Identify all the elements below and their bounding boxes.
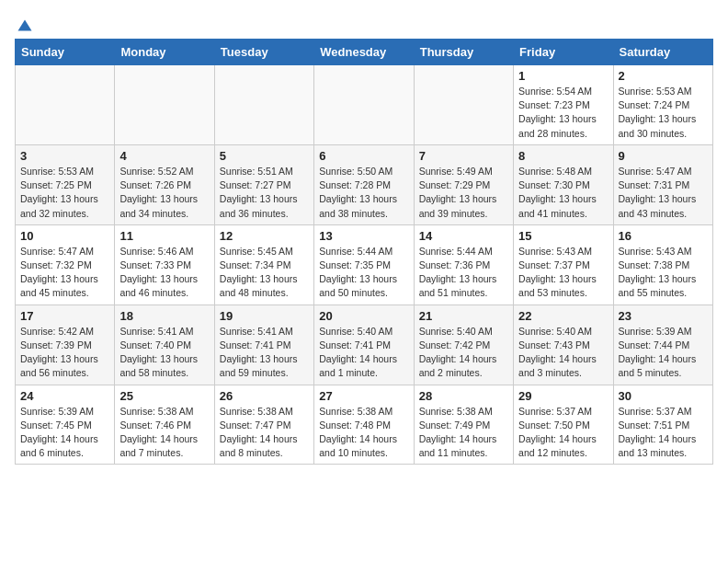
day-info: Sunrise: 5:38 AMSunset: 7:46 PMDaylight:…: [119, 405, 209, 461]
day-number: 9: [619, 149, 708, 163]
calendar-cell: 29Sunrise: 5:37 AMSunset: 7:50 PMDayligh…: [514, 385, 613, 465]
column-header-saturday: Saturday: [613, 40, 712, 65]
day-info: Sunrise: 5:40 AMSunset: 7:42 PMDaylight:…: [419, 325, 508, 381]
calendar-cell: 2Sunrise: 5:53 AMSunset: 7:24 PMDaylight…: [613, 65, 712, 145]
day-info: Sunrise: 5:51 AMSunset: 7:27 PMDaylight:…: [220, 165, 309, 221]
day-info: Sunrise: 5:38 AMSunset: 7:49 PMDaylight:…: [419, 405, 508, 461]
calendar-cell: 13Sunrise: 5:44 AMSunset: 7:35 PMDayligh…: [314, 224, 414, 304]
calendar-table: SundayMondayTuesdayWednesdayThursdayFrid…: [15, 39, 713, 465]
calendar-cell: 10Sunrise: 5:47 AMSunset: 7:32 PMDayligh…: [16, 224, 115, 304]
day-info: Sunrise: 5:53 AMSunset: 7:25 PMDaylight:…: [20, 165, 109, 221]
day-info: Sunrise: 5:42 AMSunset: 7:39 PMDaylight:…: [20, 325, 109, 381]
day-number: 19: [220, 309, 309, 323]
calendar-cell: 1Sunrise: 5:54 AMSunset: 7:23 PMDaylight…: [514, 65, 613, 145]
day-info: Sunrise: 5:50 AMSunset: 7:28 PMDaylight:…: [319, 165, 408, 221]
day-number: 4: [119, 149, 209, 163]
day-info: Sunrise: 5:40 AMSunset: 7:43 PMDaylight:…: [518, 325, 608, 381]
calendar-week-row: 10Sunrise: 5:47 AMSunset: 7:32 PMDayligh…: [16, 224, 713, 304]
calendar-cell: 3Sunrise: 5:53 AMSunset: 7:25 PMDaylight…: [16, 144, 115, 224]
calendar-week-row: 24Sunrise: 5:39 AMSunset: 7:45 PMDayligh…: [16, 385, 713, 465]
column-header-tuesday: Tuesday: [214, 40, 313, 65]
calendar-cell: 17Sunrise: 5:42 AMSunset: 7:39 PMDayligh…: [16, 304, 115, 385]
day-info: Sunrise: 5:47 AMSunset: 7:32 PMDaylight:…: [20, 245, 109, 301]
day-info: Sunrise: 5:44 AMSunset: 7:35 PMDaylight:…: [319, 245, 408, 301]
calendar-week-row: 3Sunrise: 5:53 AMSunset: 7:25 PMDaylight…: [16, 144, 713, 224]
day-info: Sunrise: 5:41 AMSunset: 7:40 PMDaylight:…: [119, 325, 209, 381]
day-number: 25: [119, 389, 209, 403]
calendar-cell: 24Sunrise: 5:39 AMSunset: 7:45 PMDayligh…: [16, 385, 115, 465]
calendar-cell: [314, 65, 414, 145]
day-info: Sunrise: 5:37 AMSunset: 7:51 PMDaylight:…: [619, 405, 708, 461]
calendar-cell: 11Sunrise: 5:46 AMSunset: 7:33 PMDayligh…: [115, 224, 214, 304]
day-info: Sunrise: 5:43 AMSunset: 7:38 PMDaylight:…: [619, 245, 708, 301]
day-number: 7: [419, 149, 508, 163]
calendar-cell: [414, 65, 513, 145]
calendar-cell: 30Sunrise: 5:37 AMSunset: 7:51 PMDayligh…: [613, 385, 712, 465]
column-header-monday: Monday: [115, 40, 214, 65]
calendar-cell: 15Sunrise: 5:43 AMSunset: 7:37 PMDayligh…: [514, 224, 613, 304]
day-number: 15: [518, 229, 608, 243]
day-number: 5: [220, 149, 309, 163]
calendar-cell: 21Sunrise: 5:40 AMSunset: 7:42 PMDayligh…: [414, 304, 513, 385]
calendar-cell: [115, 65, 214, 145]
day-info: Sunrise: 5:46 AMSunset: 7:33 PMDaylight:…: [119, 245, 209, 301]
day-number: 11: [119, 229, 209, 243]
day-info: Sunrise: 5:47 AMSunset: 7:31 PMDaylight:…: [619, 165, 708, 221]
day-info: Sunrise: 5:45 AMSunset: 7:34 PMDaylight:…: [220, 245, 309, 301]
calendar-cell: 14Sunrise: 5:44 AMSunset: 7:36 PMDayligh…: [414, 224, 513, 304]
svg-marker-0: [18, 20, 32, 31]
day-number: 18: [119, 309, 209, 323]
day-info: Sunrise: 5:41 AMSunset: 7:41 PMDaylight:…: [220, 325, 309, 381]
day-info: Sunrise: 5:44 AMSunset: 7:36 PMDaylight:…: [419, 245, 508, 301]
calendar-cell: 8Sunrise: 5:48 AMSunset: 7:30 PMDaylight…: [514, 144, 613, 224]
day-number: 21: [419, 309, 508, 323]
day-info: Sunrise: 5:43 AMSunset: 7:37 PMDaylight:…: [518, 245, 608, 301]
day-number: 27: [319, 389, 408, 403]
day-number: 17: [20, 309, 109, 323]
day-number: 23: [619, 309, 708, 323]
calendar-cell: 25Sunrise: 5:38 AMSunset: 7:46 PMDayligh…: [115, 385, 214, 465]
calendar-week-row: 1Sunrise: 5:54 AMSunset: 7:23 PMDaylight…: [16, 65, 713, 145]
day-info: Sunrise: 5:39 AMSunset: 7:44 PMDaylight:…: [619, 325, 708, 381]
day-info: Sunrise: 5:37 AMSunset: 7:50 PMDaylight:…: [518, 405, 608, 461]
day-info: Sunrise: 5:40 AMSunset: 7:41 PMDaylight:…: [319, 325, 408, 381]
column-header-friday: Friday: [514, 40, 613, 65]
page-header: [15, 15, 713, 31]
day-number: 20: [319, 309, 408, 323]
logo-icon: [17, 18, 33, 35]
day-info: Sunrise: 5:38 AMSunset: 7:48 PMDaylight:…: [319, 405, 408, 461]
day-number: 26: [220, 389, 309, 403]
day-number: 6: [319, 149, 408, 163]
calendar-cell: 7Sunrise: 5:49 AMSunset: 7:29 PMDaylight…: [414, 144, 513, 224]
calendar-cell: 5Sunrise: 5:51 AMSunset: 7:27 PMDaylight…: [214, 144, 313, 224]
logo: [15, 18, 33, 31]
day-number: 1: [518, 69, 608, 83]
calendar-cell: 18Sunrise: 5:41 AMSunset: 7:40 PMDayligh…: [115, 304, 214, 385]
column-header-sunday: Sunday: [16, 40, 115, 65]
day-number: 3: [20, 149, 109, 163]
calendar-cell: [214, 65, 313, 145]
day-number: 24: [20, 389, 109, 403]
calendar-cell: 19Sunrise: 5:41 AMSunset: 7:41 PMDayligh…: [214, 304, 313, 385]
calendar-cell: 28Sunrise: 5:38 AMSunset: 7:49 PMDayligh…: [414, 385, 513, 465]
calendar-cell: 27Sunrise: 5:38 AMSunset: 7:48 PMDayligh…: [314, 385, 414, 465]
calendar-cell: 20Sunrise: 5:40 AMSunset: 7:41 PMDayligh…: [314, 304, 414, 385]
day-info: Sunrise: 5:38 AMSunset: 7:47 PMDaylight:…: [220, 405, 309, 461]
calendar-cell: 12Sunrise: 5:45 AMSunset: 7:34 PMDayligh…: [214, 224, 313, 304]
day-number: 12: [220, 229, 309, 243]
column-header-thursday: Thursday: [414, 40, 513, 65]
day-number: 22: [518, 309, 608, 323]
day-info: Sunrise: 5:48 AMSunset: 7:30 PMDaylight:…: [518, 165, 608, 221]
calendar-cell: 9Sunrise: 5:47 AMSunset: 7:31 PMDaylight…: [613, 144, 712, 224]
calendar-cell: [16, 65, 115, 145]
day-info: Sunrise: 5:52 AMSunset: 7:26 PMDaylight:…: [119, 165, 209, 221]
calendar-cell: 26Sunrise: 5:38 AMSunset: 7:47 PMDayligh…: [214, 385, 313, 465]
calendar-cell: 6Sunrise: 5:50 AMSunset: 7:28 PMDaylight…: [314, 144, 414, 224]
day-info: Sunrise: 5:53 AMSunset: 7:24 PMDaylight:…: [619, 85, 708, 141]
day-number: 29: [518, 389, 608, 403]
day-number: 10: [20, 229, 109, 243]
column-header-wednesday: Wednesday: [314, 40, 414, 65]
day-number: 2: [619, 69, 708, 83]
day-number: 13: [319, 229, 408, 243]
calendar-cell: 23Sunrise: 5:39 AMSunset: 7:44 PMDayligh…: [613, 304, 712, 385]
